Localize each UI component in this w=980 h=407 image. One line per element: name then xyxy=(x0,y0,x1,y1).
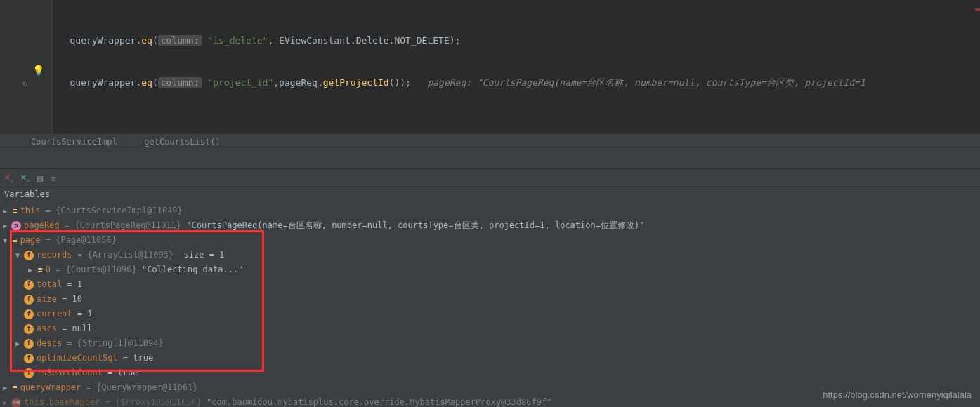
gutter-run-icon[interactable]: ↻ xyxy=(22,79,27,88)
breadcrumb-method[interactable]: getCourtsList() xyxy=(144,137,220,147)
var-size[interactable]: f size = 10 xyxy=(0,292,980,307)
var-pageReq[interactable]: ▶ p pageReq = {CourtsPageReq@11011} "Cou… xyxy=(0,218,980,233)
field-icon: f xyxy=(24,309,34,319)
var-optimizeCountSql[interactable]: f optimizeCountSql = true xyxy=(0,351,980,366)
expand-icon[interactable]: ▶ xyxy=(13,336,22,351)
field-icon: f xyxy=(24,368,34,378)
var-isSearchCount[interactable]: f isSearchCount = true xyxy=(0,366,980,380)
code-area[interactable]: queryWrapper.eq(column: "is_delete", EVi… xyxy=(53,0,980,133)
expand-icon[interactable]: ▶ xyxy=(0,218,10,233)
code-editor[interactable]: 💡 ↻ queryWrapper.eq(column: "is_delete",… xyxy=(0,0,980,133)
watermark: https://blog.csdn.net/womenyiqilalala xyxy=(823,389,972,400)
field-icon: f xyxy=(24,280,34,290)
var-records[interactable]: ▼ f records = {ArrayList@11093} size = 1 xyxy=(0,248,980,262)
breadcrumb[interactable]: CourtsServiceImpl 〉 getCourtsList() xyxy=(0,133,980,149)
field-icon: f xyxy=(24,295,34,305)
settings-icon[interactable]: ≡ xyxy=(50,173,55,184)
var-current[interactable]: f current = 1 xyxy=(0,307,980,321)
variables-panel-header: Variables xyxy=(0,187,980,201)
expand-icon[interactable]: ▶ xyxy=(25,262,35,277)
editor-gutter: 💡 ↻ xyxy=(0,0,53,133)
var-this[interactable]: ▶ ≡ this = {CourtsServiceImpl@11049} xyxy=(0,204,980,218)
var-page[interactable]: ▼ ≡ page = {Page@11056} xyxy=(0,233,980,248)
proxy-icon: oo xyxy=(11,398,21,408)
intention-bulb-icon[interactable]: 💡 xyxy=(32,65,44,76)
var-records-0[interactable]: ▶ ≡ 0 = {Courts@11096} "Collecting data.… xyxy=(0,262,980,277)
chevron-right-icon: 〉 xyxy=(122,137,139,147)
object-icon: ≡ xyxy=(13,204,18,218)
breadcrumb-class[interactable]: CourtsServiceImpl xyxy=(31,137,117,147)
field-icon: f xyxy=(24,354,34,363)
expand-icon[interactable]: ▶ xyxy=(0,395,10,407)
expand-icon[interactable]: ▶ xyxy=(0,380,10,395)
var-ascs[interactable]: f ascs = null xyxy=(0,321,980,336)
expand-icon[interactable]: ▶ xyxy=(0,204,10,218)
variables-tree[interactable]: ▶ ≡ this = {CourtsServiceImpl@11049} ▶ p… xyxy=(0,201,980,407)
field-icon: f xyxy=(24,324,34,334)
calculator-icon[interactable]: ▤ xyxy=(37,173,43,184)
remove-watch-icon[interactable]: ✕− xyxy=(20,171,30,185)
param-icon: p xyxy=(11,221,21,231)
var-total[interactable]: f total = 1 xyxy=(0,277,980,292)
collapse-icon[interactable]: ▼ xyxy=(13,248,22,262)
field-icon: f xyxy=(24,339,34,349)
field-icon: f xyxy=(24,251,34,260)
var-descs[interactable]: ▶ f descs = {String[1]@11094} xyxy=(0,336,980,351)
new-watch-icon[interactable]: ✕+ xyxy=(4,171,13,185)
debugger-gap xyxy=(0,149,980,168)
object-icon: ≡ xyxy=(13,380,18,395)
collapse-icon[interactable]: ▼ xyxy=(0,233,10,248)
object-icon: ≡ xyxy=(38,262,43,277)
object-icon: ≡ xyxy=(13,233,18,248)
debug-toolbar: ✕+ ✕− ▤ ≡ xyxy=(0,168,980,187)
